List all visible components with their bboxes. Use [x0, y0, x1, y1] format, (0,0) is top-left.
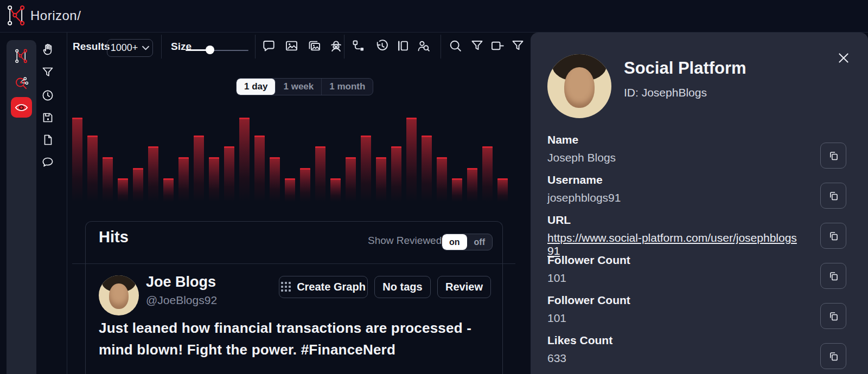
- panels-icon[interactable]: [395, 38, 410, 53]
- chart-bar: [300, 168, 310, 202]
- tweet-avatar: [99, 275, 139, 315]
- toolbar-divider: [441, 35, 441, 59]
- spy-icon[interactable]: [329, 38, 343, 53]
- history-icon[interactable]: [375, 38, 390, 53]
- chart-bar: [194, 136, 204, 202]
- toolbar-divider: [344, 35, 344, 59]
- main-divider: [67, 33, 67, 374]
- chart-bar: [497, 178, 508, 202]
- filter-icon[interactable]: [41, 66, 54, 79]
- copy-username-button[interactable]: [820, 183, 846, 209]
- toggle-on[interactable]: on: [442, 234, 467, 250]
- network-graph-icon[interactable]: [14, 48, 30, 64]
- review-button[interactable]: Review: [437, 276, 491, 298]
- field-follower-count-1: Follower Count 101: [547, 254, 802, 285]
- chart-bar: [209, 157, 219, 202]
- eye-review-button[interactable]: [11, 97, 32, 118]
- chart-bar: [437, 157, 447, 202]
- chart-bar: [163, 178, 174, 202]
- field-value: josephblogs91: [547, 191, 802, 204]
- chart-bar: [391, 146, 401, 202]
- tab-1-day[interactable]: 1 day: [237, 79, 276, 95]
- chart-bar: [315, 146, 326, 202]
- hand-icon[interactable]: [41, 43, 54, 56]
- close-icon[interactable]: [837, 51, 851, 65]
- field-value: 101: [547, 312, 802, 325]
- copy-name-button[interactable]: [820, 143, 846, 169]
- search-icon[interactable]: [448, 38, 463, 53]
- chart-bar: [376, 157, 386, 202]
- field-username: Username josephblogs91: [547, 173, 802, 204]
- chevron-down-icon: [142, 46, 149, 50]
- create-graph-label: Create Graph: [297, 281, 366, 293]
- chart-bar: [178, 157, 189, 202]
- field-label: Username: [547, 173, 802, 186]
- review-label: Review: [445, 281, 483, 293]
- chart-bar: [224, 146, 234, 202]
- copy-follower-count-button[interactable]: [820, 263, 846, 289]
- chart-bar: [87, 136, 98, 202]
- chart-bar: [422, 136, 432, 202]
- copy-url-button[interactable]: [820, 223, 846, 249]
- mode-rail: [7, 40, 36, 374]
- field-label: Follower Count: [547, 294, 802, 307]
- field-label: Likes Count: [547, 334, 802, 347]
- section-divider: [72, 263, 515, 264]
- tab-1-month[interactable]: 1 month: [322, 79, 373, 95]
- size-slider[interactable]: [186, 46, 248, 54]
- clock-icon[interactable]: [41, 89, 54, 102]
- toolbar-divider: [161, 35, 162, 59]
- images-icon[interactable]: [307, 38, 322, 53]
- chart-bar: [467, 168, 477, 202]
- slider-track: [210, 50, 248, 51]
- grid-icon: [281, 282, 291, 292]
- chart-bar: [452, 178, 462, 202]
- copy-follower-count-2-button[interactable]: [820, 303, 846, 329]
- horizon-logo-icon: [5, 3, 29, 27]
- toggle-off[interactable]: off: [467, 234, 492, 250]
- no-tags-label: No tags: [382, 281, 422, 293]
- copy-icon: [828, 270, 839, 282]
- search-network-icon[interactable]: [14, 74, 30, 91]
- no-tags-button[interactable]: No tags: [374, 276, 431, 298]
- app-title: Horizon/: [30, 8, 81, 23]
- results-value: 1000+: [111, 42, 138, 54]
- hits-bar-chart[interactable]: [72, 111, 516, 202]
- results-dropdown[interactable]: 1000+: [107, 39, 153, 57]
- create-graph-button[interactable]: Create Graph: [279, 276, 368, 298]
- save-icon[interactable]: [41, 111, 54, 124]
- filter-icon[interactable]: [510, 38, 525, 53]
- chart-bar: [72, 118, 82, 202]
- hits-panel: Hits Show Reviewed: on off Joe Blogs @Jo…: [85, 221, 503, 374]
- time-range-tabs: 1 day 1 week 1 month: [236, 78, 373, 95]
- copy-likes-count-button[interactable]: [820, 343, 846, 369]
- entity-detail-panel: Social Platform ID: JosephBlogs Name Jos…: [531, 33, 868, 374]
- profile-avatar: [547, 54, 611, 118]
- chart-bar: [406, 118, 417, 202]
- route-icon[interactable]: [351, 38, 366, 53]
- user-search-icon[interactable]: [416, 38, 431, 53]
- field-label: URL: [547, 214, 802, 227]
- comment-icon[interactable]: [261, 38, 276, 53]
- slider-thumb[interactable]: [206, 46, 214, 54]
- chart-bar: [346, 157, 356, 202]
- copy-icon: [828, 150, 839, 162]
- panel-expand-icon[interactable]: [490, 38, 505, 53]
- image-icon[interactable]: [284, 38, 299, 53]
- document-icon[interactable]: [41, 133, 54, 146]
- chart-bar: [482, 146, 493, 202]
- copy-icon: [828, 351, 839, 362]
- chart-bar: [285, 178, 295, 202]
- hits-title: Hits: [99, 228, 129, 246]
- panel-title: Social Platform: [624, 59, 746, 78]
- chart-bar: [330, 178, 341, 202]
- chart-bar: [254, 136, 265, 202]
- field-likes-count: Likes Count 633: [547, 334, 802, 365]
- comment-icon[interactable]: [41, 156, 54, 169]
- filter-icon[interactable]: [470, 38, 484, 53]
- tweet-author-handle: @JoeBlogs92: [146, 294, 217, 307]
- show-reviewed-toggle: on off: [442, 234, 493, 250]
- results-label: Results: [73, 41, 110, 53]
- chart-bar: [103, 157, 113, 202]
- tab-1-week[interactable]: 1 week: [276, 79, 322, 95]
